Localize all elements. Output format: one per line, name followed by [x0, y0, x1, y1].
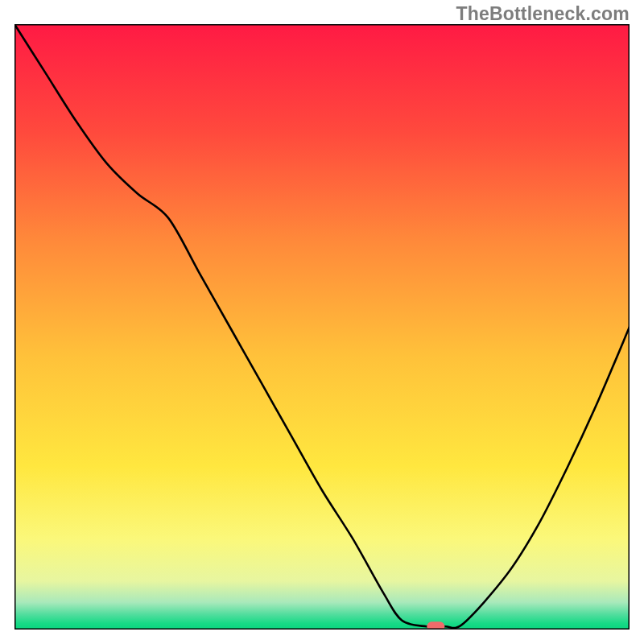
- chart-svg: [14, 24, 630, 630]
- attribution-label: TheBottleneck.com: [456, 3, 630, 25]
- chart-container: TheBottleneck.com: [0, 0, 644, 644]
- gradient-background: [14, 24, 630, 630]
- chart-plot: [14, 24, 630, 630]
